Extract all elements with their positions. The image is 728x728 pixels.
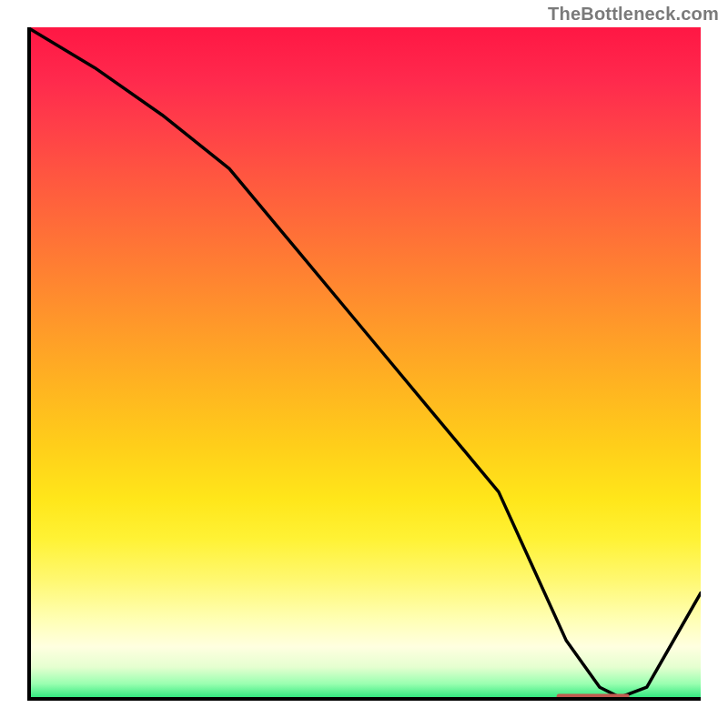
watermark-label: TheBottleneck.com	[548, 4, 719, 25]
chart-svg	[27, 27, 701, 701]
bottleneck-curve-line	[27, 27, 701, 697]
plot-area	[27, 27, 701, 701]
plot-frame	[27, 27, 701, 701]
